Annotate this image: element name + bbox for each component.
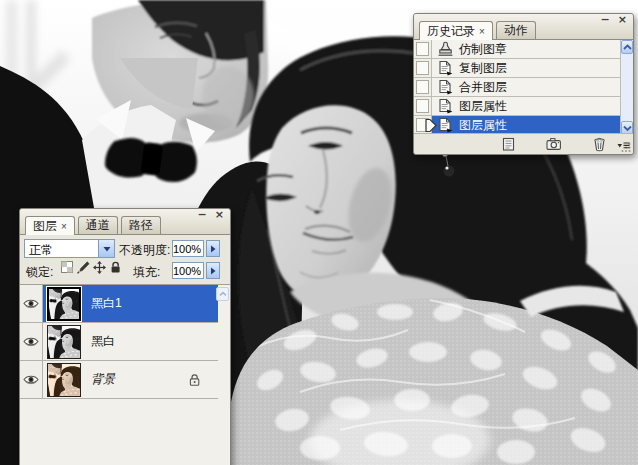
tab-history-label: 历史记录 <box>427 23 475 40</box>
layer-name[interactable]: 背景 <box>91 371 115 388</box>
history-footer <box>414 133 633 154</box>
blend-mode-select[interactable]: 正常 <box>24 239 115 258</box>
blend-mode-value: 正常 <box>25 240 98 257</box>
layer-visibility-toggle[interactable] <box>20 361 43 398</box>
opacity-slider-button[interactable] <box>206 240 220 257</box>
tab-paths[interactable]: 路径 <box>121 216 161 234</box>
blend-mode-dropdown-button[interactable] <box>98 240 114 257</box>
layer-visibility-toggle[interactable] <box>20 285 43 322</box>
history-brush-well[interactable] <box>414 97 432 115</box>
clone-stamp-icon <box>437 41 453 57</box>
history-step-label: 图层属性 <box>459 100 507 112</box>
lock-label: 锁定: <box>26 264 53 281</box>
layer-thumbnail[interactable] <box>47 287 81 321</box>
tab-history-close-icon[interactable]: × <box>479 26 485 37</box>
history-step[interactable]: 合并图层 <box>414 78 620 97</box>
history-close-button[interactable]: × <box>618 14 627 26</box>
transparency-checker-icon <box>61 261 73 273</box>
opacity-label: 不透明度: <box>119 242 170 259</box>
tab-actions-label: 动作 <box>504 22 528 39</box>
layers-minimize-button[interactable]: − <box>198 209 207 221</box>
history-brush-well[interactable] <box>414 78 432 96</box>
layer-state-icon <box>437 98 453 114</box>
layer-state-icon <box>437 79 453 95</box>
padlock-icon <box>109 261 122 273</box>
brush-icon <box>76 261 90 274</box>
eye-icon <box>23 336 39 347</box>
layer-thumbnail[interactable] <box>47 325 81 359</box>
layer-thumbnail[interactable] <box>47 363 81 397</box>
layer-row-background[interactable]: 背景 <box>20 361 218 399</box>
history-brush-well[interactable] <box>414 59 432 77</box>
tab-actions[interactable]: 动作 <box>496 21 536 39</box>
history-step[interactable]: 仿制图章 <box>414 40 620 59</box>
delete-state-button[interactable] <box>592 137 607 152</box>
tab-layers[interactable]: 图层 × <box>25 216 75 235</box>
history-panel-menu-button[interactable] <box>616 139 630 151</box>
layer-row[interactable]: 黑白 <box>20 323 218 361</box>
background-lock-icon <box>188 373 202 386</box>
history-minimize-button[interactable]: − <box>601 14 610 26</box>
move-icon <box>93 261 106 274</box>
history-step-label: 图层属性 <box>459 119 507 131</box>
history-step-label: 仿制图章 <box>459 43 507 55</box>
layer-row-selected[interactable]: 黑白1 <box>20 285 218 323</box>
lock-transparency-button[interactable] <box>60 260 74 274</box>
history-step-label: 合并图层 <box>459 81 507 93</box>
tab-layers-label: 图层 <box>33 218 57 235</box>
layers-list: 黑白1 黑白 <box>20 284 230 465</box>
layers-scroll-up-button[interactable] <box>216 287 229 301</box>
chevron-up-icon <box>219 291 227 297</box>
fill-slider-button[interactable] <box>206 262 220 279</box>
lock-position-button[interactable] <box>92 260 106 274</box>
layer-state-icon <box>437 60 453 76</box>
layers-panel: − × 图层 × 通道 路径 正常 不透明度: <box>19 208 231 465</box>
layer-name[interactable]: 黑白1 <box>91 295 122 312</box>
layers-close-button[interactable]: × <box>215 209 224 221</box>
layers-controls: 正常 不透明度: 100% 锁定: 填充: <box>20 235 230 284</box>
new-snapshot-button[interactable] <box>546 137 562 151</box>
layer-visibility-toggle[interactable] <box>20 323 43 360</box>
history-panel: − × 历史记录 × 动作 仿制图章 <box>413 13 634 155</box>
layers-window-buttons: − × <box>198 209 224 221</box>
chevron-down-icon <box>103 246 111 252</box>
new-document-from-state-button[interactable] <box>501 137 516 152</box>
history-scrollbar[interactable] <box>620 40 633 135</box>
scroll-up-button[interactable] <box>621 40 633 54</box>
eye-icon <box>23 298 39 309</box>
current-state-pointer-icon[interactable] <box>425 118 437 133</box>
history-list: 仿制图章 复制图层 合并图层 <box>414 40 633 135</box>
tab-layers-close-icon[interactable]: × <box>61 221 67 232</box>
tab-paths-label: 路径 <box>129 217 153 234</box>
tab-channels-label: 通道 <box>86 217 110 234</box>
history-step[interactable]: 图层属性 <box>414 97 620 116</box>
lock-pixels-button[interactable] <box>76 260 90 274</box>
photoshop-workspace: − × 历史记录 × 动作 仿制图章 <box>0 0 638 465</box>
history-step-label: 复制图层 <box>459 62 507 74</box>
tab-history[interactable]: 历史记录 × <box>419 21 493 40</box>
fill-value-field[interactable]: 100% <box>172 262 204 279</box>
chevron-up-icon <box>623 44 632 51</box>
fill-label: 填充: <box>133 264 160 281</box>
history-brush-well[interactable] <box>414 40 432 58</box>
eye-icon <box>23 374 39 385</box>
chevron-down-icon <box>623 125 632 132</box>
panel-menu-icon <box>617 140 630 150</box>
chevron-right-icon <box>210 245 216 253</box>
opacity-value-field[interactable]: 100% <box>172 240 204 257</box>
chevron-right-icon <box>210 267 216 275</box>
lock-all-button[interactable] <box>108 260 122 274</box>
layer-state-icon <box>437 117 453 133</box>
history-step[interactable]: 复制图层 <box>414 59 620 78</box>
history-window-buttons: − × <box>601 14 627 26</box>
tab-channels[interactable]: 通道 <box>78 216 118 234</box>
layer-name[interactable]: 黑白 <box>91 333 115 350</box>
